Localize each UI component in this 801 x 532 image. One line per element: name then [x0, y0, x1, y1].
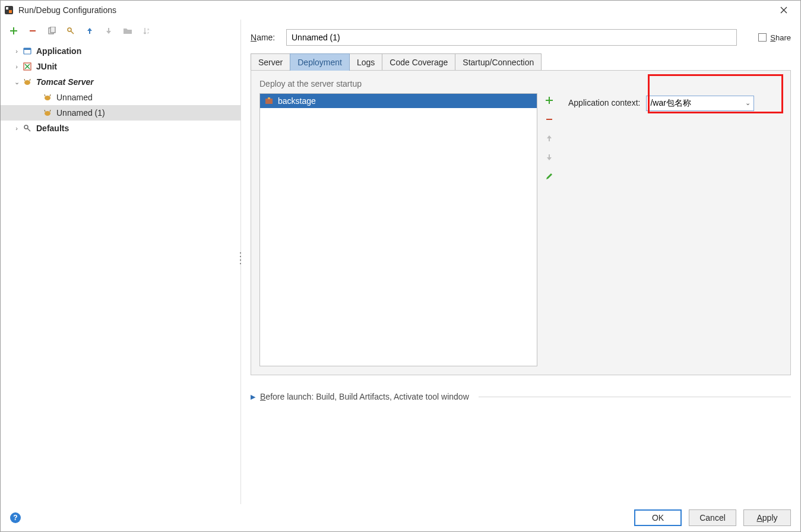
remove-icon[interactable] [543, 113, 555, 125]
chevron-down-icon: ⌄ [12, 78, 21, 86]
folder-icon [122, 25, 134, 37]
copy-icon[interactable] [46, 25, 58, 37]
add-icon[interactable] [543, 94, 555, 106]
svg-point-11 [24, 80, 30, 85]
apply-button[interactable]: Apply [743, 509, 791, 526]
up-arrow-icon[interactable] [84, 25, 96, 37]
close-button[interactable] [772, 2, 796, 18]
deploy-item-label: backstage [278, 96, 316, 106]
svg-point-12 [45, 96, 50, 100]
help-icon[interactable]: ? [10, 512, 21, 523]
tree-label: JUnit [36, 62, 57, 71]
app-icon [4, 5, 14, 15]
edit-pencil-icon[interactable] [543, 170, 555, 182]
tab-deployment[interactable]: Deployment [290, 53, 350, 71]
tree-item-application[interactable]: › Application [1, 43, 240, 59]
tomcat-icon [42, 108, 53, 118]
deployment-panel: Deploy at the server startup backstage [251, 70, 791, 375]
tab-logs[interactable]: Logs [349, 53, 382, 71]
deploy-section-label: Deploy at the server startup [259, 79, 782, 88]
sort-az-icon: az [141, 25, 153, 37]
wrench-icon[interactable] [65, 25, 77, 37]
tree-label: Tomcat Server [36, 77, 94, 87]
svg-rect-1 [6, 7, 8, 10]
tab-server[interactable]: Server [251, 53, 290, 71]
before-launch-label[interactable]: Before launch: Build, Build Artifacts, A… [260, 392, 469, 401]
svg-point-13 [45, 111, 50, 116]
tree-item-unnamed[interactable]: Unnamed [1, 90, 240, 105]
down-arrow-icon [103, 25, 115, 37]
name-label: Name: [251, 33, 279, 42]
checkbox-icon [758, 33, 767, 42]
svg-text:z: z [147, 31, 149, 34]
deploy-side-toolbar [541, 93, 558, 366]
junit-icon [22, 62, 33, 71]
left-toolbar: az [1, 20, 240, 42]
tomcat-icon [22, 77, 33, 87]
tab-startup-connection[interactable]: Startup/Connection [455, 53, 542, 71]
svg-rect-9 [24, 48, 31, 50]
artifact-icon [265, 97, 273, 105]
tree-label: Defaults [36, 124, 69, 133]
ok-button[interactable]: OK [634, 509, 682, 526]
up-arrow-icon [543, 132, 555, 144]
share-checkbox[interactable]: Share [758, 33, 791, 42]
tab-row: Server Deployment Logs Code Coverage Sta… [241, 50, 800, 70]
cancel-button[interactable]: Cancel [689, 509, 736, 526]
remove-icon[interactable] [27, 25, 39, 37]
chevron-right-icon[interactable]: ▶ [251, 393, 255, 401]
svg-rect-16 [268, 97, 270, 99]
configuration-tree[interactable]: › Application › JUnit ⌄ Tomcat Server Un… [1, 42, 240, 504]
tree-item-junit[interactable]: › JUnit [1, 59, 240, 74]
tree-item-unnamed-1[interactable]: Unnamed (1) [1, 105, 240, 121]
tree-item-tomcat-server[interactable]: ⌄ Tomcat Server [1, 74, 240, 90]
splitter-handle[interactable] [238, 250, 243, 274]
tree-label: Unnamed [56, 93, 93, 102]
tree-item-defaults[interactable]: › Defaults [1, 121, 240, 136]
tree-label: Unnamed (1) [56, 108, 105, 118]
wrench-icon [22, 124, 33, 133]
tomcat-icon [42, 93, 53, 102]
window-title: Run/Debug Configurations [18, 5, 772, 15]
application-icon [22, 46, 33, 56]
svg-rect-15 [265, 99, 273, 104]
tree-label: Application [36, 46, 81, 56]
deploy-list-item[interactable]: backstage [260, 94, 537, 108]
chevron-right-icon: › [12, 63, 21, 70]
svg-rect-2 [9, 10, 12, 13]
share-label: Share [770, 33, 791, 42]
down-arrow-icon [543, 151, 555, 163]
chevron-right-icon: › [12, 48, 21, 55]
application-context-input[interactable] [646, 96, 754, 111]
divider [479, 397, 791, 397]
svg-rect-4 [50, 27, 55, 33]
chevron-right-icon: › [12, 125, 21, 132]
name-input[interactable] [286, 29, 737, 46]
add-icon[interactable] [8, 25, 20, 37]
application-context-label: Application context: [568, 96, 640, 107]
deploy-list[interactable]: backstage [259, 93, 537, 366]
tab-code-coverage[interactable]: Code Coverage [382, 53, 455, 71]
